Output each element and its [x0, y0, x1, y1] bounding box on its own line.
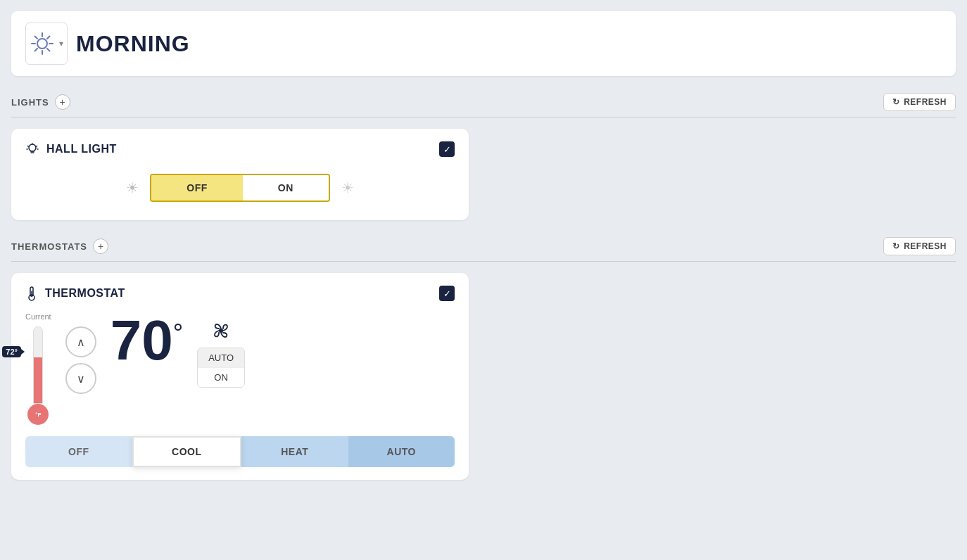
- svg-line-7: [47, 37, 50, 39]
- light-toggle-group: OFF ON: [150, 174, 330, 202]
- thermo-bulb: °F: [27, 404, 49, 425]
- thermostats-refresh-button[interactable]: ↻ REFRESH: [883, 237, 956, 255]
- temp-down-button[interactable]: ∨: [65, 363, 96, 394]
- thermometer-container: 72° °F: [27, 326, 49, 425]
- lights-divider: [11, 117, 956, 117]
- bulb-icon: [25, 142, 39, 156]
- degree-symbol: °: [173, 321, 183, 346]
- thermostat-title-row: THERMOSTAT: [25, 286, 125, 301]
- header-icon-box[interactable]: ▾: [25, 23, 68, 65]
- light-toggle-row: ☀ OFF ON ☀: [25, 168, 455, 208]
- bright-sun-icon: ☀: [341, 179, 354, 196]
- page-title: MORNING: [76, 31, 190, 57]
- hall-light-header: HALL LIGHT: [25, 141, 455, 157]
- svg-point-9: [29, 144, 36, 151]
- lights-label: LIGHTS: [11, 97, 49, 108]
- thermostats-section-header: THERMOSTATS + ↻ REFRESH: [11, 237, 956, 255]
- mode-auto-button[interactable]: AUTO: [348, 436, 455, 467]
- thermostat-title: THERMOSTAT: [45, 287, 125, 300]
- fan-icon: [210, 319, 232, 342]
- refresh-icon: ↻: [892, 97, 900, 107]
- svg-line-8: [35, 49, 38, 51]
- light-on-button[interactable]: ON: [243, 175, 329, 201]
- current-label: Current: [25, 312, 51, 321]
- thermostats-label: THERMOSTATS: [11, 241, 87, 252]
- thermo-fill: [34, 357, 42, 403]
- dim-sun-icon: ☀: [126, 179, 139, 196]
- mode-off-button[interactable]: OFF: [25, 436, 132, 467]
- hall-light-title-row: HALL LIGHT: [25, 142, 117, 156]
- thermostat-card: THERMOSTAT Current 72° °F ∧ ∨ 70°: [11, 273, 469, 480]
- unit-label: °F: [35, 412, 41, 418]
- temp-up-button[interactable]: ∧: [65, 326, 96, 357]
- thermometer-icon: [25, 286, 38, 301]
- set-temp-value: 70: [110, 312, 173, 369]
- lights-section-header: LIGHTS + ↻ REFRESH: [11, 93, 956, 111]
- thermometer-col: Current 72° °F: [25, 312, 51, 425]
- fan-on-option[interactable]: ON: [198, 368, 244, 387]
- sun-gear-icon: [30, 31, 55, 56]
- set-temperature-display: 70°: [110, 312, 183, 369]
- thermostats-refresh-label: REFRESH: [904, 241, 947, 251]
- hall-light-card: HALL LIGHT ☀ OFF ON ☀: [11, 129, 469, 220]
- thermostat-checkbox[interactable]: [439, 286, 455, 301]
- lights-add-button[interactable]: +: [55, 94, 70, 110]
- svg-line-6: [47, 49, 50, 51]
- light-off-button[interactable]: OFF: [151, 175, 243, 201]
- header-card: ▾ MORNING: [11, 11, 956, 76]
- lights-refresh-button[interactable]: ↻ REFRESH: [883, 93, 956, 111]
- hall-light-checkbox[interactable]: [439, 141, 455, 157]
- thermostats-divider: [11, 261, 956, 262]
- thermostat-body: Current 72° °F ∧ ∨ 70°: [25, 312, 455, 425]
- mode-buttons: OFF COOL HEAT AUTO: [25, 436, 455, 467]
- thermostats-add-button[interactable]: +: [93, 238, 108, 254]
- thermostat-header: THERMOSTAT: [25, 286, 455, 301]
- svg-line-5: [35, 37, 38, 39]
- lights-refresh-label: REFRESH: [904, 97, 947, 107]
- thermo-tube: [33, 326, 43, 404]
- fan-col: AUTO ON: [197, 312, 245, 388]
- lights-section-left: LIGHTS +: [11, 94, 70, 110]
- current-temp-badge: 72°: [2, 346, 21, 357]
- thermostat-refresh-icon: ↻: [892, 241, 900, 251]
- mode-cool-button[interactable]: COOL: [132, 436, 242, 467]
- mode-heat-button[interactable]: HEAT: [241, 436, 348, 467]
- svg-point-0: [37, 39, 47, 49]
- header-dropdown-arrow[interactable]: ▾: [59, 39, 63, 49]
- hall-light-title: HALL LIGHT: [46, 143, 117, 155]
- temp-controls: ∧ ∨: [65, 312, 96, 394]
- fan-auto-option[interactable]: AUTO: [198, 348, 244, 368]
- thermostats-section-left: THERMOSTATS +: [11, 238, 108, 254]
- fan-dropdown: AUTO ON: [197, 348, 245, 388]
